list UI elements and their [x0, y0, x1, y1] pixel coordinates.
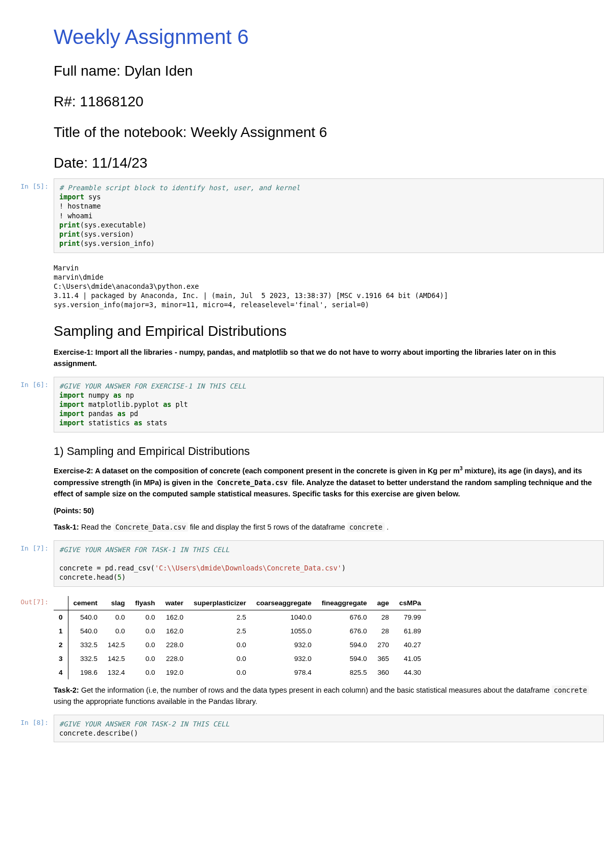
- cell: 0.0: [188, 666, 251, 679]
- cell: 594.0: [317, 638, 372, 652]
- code-input[interactable]: #GIVE YOUR ANSWER FOR TASK-2 IN THIS CEL…: [54, 715, 604, 742]
- cell: 1055.0: [251, 624, 317, 638]
- input-prompt: In [7]:: [0, 540, 54, 587]
- row-index: 1: [54, 624, 68, 638]
- section-heading: Sampling and Empirical Distributions: [54, 323, 613, 339]
- cell: 825.5: [317, 666, 372, 679]
- table-corner: [54, 596, 68, 610]
- table-row: 0540.00.00.0162.02.51040.0676.02879.99: [54, 610, 426, 624]
- cell: 28: [372, 610, 394, 624]
- input-prompt: In [5]:: [0, 178, 54, 253]
- row-index: 2: [54, 638, 68, 652]
- notebook-page: Weekly Assignment 6 Full name: Dylan Ide…: [0, 26, 613, 868]
- table-row: 4198.6132.40.0192.00.0978.4825.536044.30: [54, 666, 426, 679]
- task-2: Task-2: Get the information (i.e, the nu…: [54, 684, 593, 707]
- cell: 332.5: [68, 652, 103, 666]
- cell: 932.0: [251, 638, 317, 652]
- cell: 28: [372, 624, 394, 638]
- points: (Points: 50): [54, 505, 593, 516]
- column-header: flyash: [130, 596, 160, 610]
- column-header: slag: [103, 596, 130, 610]
- cell: 0.0: [103, 610, 130, 624]
- header-rnum: R#: 11868120: [54, 94, 613, 110]
- output-cell: Out[7]: cementslagflyashwatersuperplasti…: [0, 594, 613, 679]
- cell: 228.0: [160, 652, 188, 666]
- page-title: Weekly Assignment 6: [54, 26, 613, 49]
- cell: 79.99: [394, 610, 427, 624]
- table-row: 3332.5142.50.0228.00.0932.0594.036541.05: [54, 652, 426, 666]
- cell: 360: [372, 666, 394, 679]
- code-cell: In [6]: #GIVE YOUR ANSWER FOR EXERCISE-1…: [0, 377, 613, 432]
- cell: 162.0: [160, 624, 188, 638]
- cell: 0.0: [103, 624, 130, 638]
- column-header: age: [372, 596, 394, 610]
- cell: 676.0: [317, 624, 372, 638]
- row-index: 3: [54, 652, 68, 666]
- cell: 0.0: [130, 638, 160, 652]
- cell: 1040.0: [251, 610, 317, 624]
- cell: 932.0: [251, 652, 317, 666]
- cell: 41.05: [394, 652, 427, 666]
- table-row: 1540.00.00.0162.02.51055.0676.02861.89: [54, 624, 426, 638]
- header-nbtitle: Title of the notebook: Weekly Assignment…: [54, 124, 613, 141]
- cell: 142.5: [103, 652, 130, 666]
- cell: 0.0: [130, 610, 160, 624]
- section-heading-2: 1) Sampling and Empirical Distributions: [54, 445, 613, 458]
- dataframe-table: cementslagflyashwatersuperplasticizercoa…: [54, 596, 426, 679]
- column-header: csMPa: [394, 596, 427, 610]
- column-header: superplasticizer: [188, 596, 251, 610]
- stdout: Marvin marvin\dmide C:\Users\dmide\anaco…: [54, 260, 604, 310]
- header-date: Date: 11/14/23: [54, 155, 613, 171]
- code-input[interactable]: #GIVE YOUR ANSWER FOR TASK-1 IN THIS CEL…: [54, 540, 604, 587]
- cell: 132.4: [103, 666, 130, 679]
- cell: 594.0: [317, 652, 372, 666]
- header-name: Full name: Dylan Iden: [54, 63, 613, 79]
- cell: 676.0: [317, 610, 372, 624]
- column-header: fineaggregate: [317, 596, 372, 610]
- row-index: 4: [54, 666, 68, 679]
- code-input[interactable]: #GIVE YOUR ANSWER FOR EXERCISE-1 IN THIS…: [54, 377, 604, 432]
- exercise-1: Exercise-1: Import all the libraries - n…: [54, 347, 593, 370]
- cell: 0.0: [130, 666, 160, 679]
- table-row: 2332.5142.50.0228.00.0932.0594.027040.27: [54, 638, 426, 652]
- cell: 540.0: [68, 610, 103, 624]
- output-prompt: Out[7]:: [0, 594, 54, 679]
- cell: 0.0: [188, 652, 251, 666]
- code-cell: In [7]: #GIVE YOUR ANSWER FOR TASK-1 IN …: [0, 540, 613, 587]
- column-header: water: [160, 596, 188, 610]
- row-index: 0: [54, 610, 68, 624]
- input-prompt: In [8]:: [0, 715, 54, 742]
- exercise-2: Exercise-2: A dataset on the composition…: [54, 465, 593, 500]
- code-cell: In [5]: # Preamble script block to ident…: [0, 178, 613, 253]
- cell: 978.4: [251, 666, 317, 679]
- cell: 2.5: [188, 624, 251, 638]
- task-1: Task-1: Read the Concrete_Data.csv file …: [54, 521, 593, 533]
- cell: 142.5: [103, 638, 130, 652]
- code-cell: In [8]: #GIVE YOUR ANSWER FOR TASK-2 IN …: [0, 715, 613, 742]
- cell: 0.0: [130, 624, 160, 638]
- output-prompt: [0, 260, 54, 310]
- column-header: cement: [68, 596, 103, 610]
- cell: 0.0: [130, 652, 160, 666]
- code-input[interactable]: # Preamble script block to identify host…: [54, 178, 604, 253]
- cell: 2.5: [188, 610, 251, 624]
- column-header: coarseaggregate: [251, 596, 317, 610]
- cell: 198.6: [68, 666, 103, 679]
- cell: 270: [372, 638, 394, 652]
- cell: 40.27: [394, 638, 427, 652]
- output-cell: Marvin marvin\dmide C:\Users\dmide\anaco…: [0, 260, 613, 310]
- cell: 365: [372, 652, 394, 666]
- cell: 44.30: [394, 666, 427, 679]
- cell: 192.0: [160, 666, 188, 679]
- cell: 61.89: [394, 624, 427, 638]
- cell: 162.0: [160, 610, 188, 624]
- cell: 228.0: [160, 638, 188, 652]
- input-prompt: In [6]:: [0, 377, 54, 432]
- cell: 0.0: [188, 638, 251, 652]
- cell: 540.0: [68, 624, 103, 638]
- cell: 332.5: [68, 638, 103, 652]
